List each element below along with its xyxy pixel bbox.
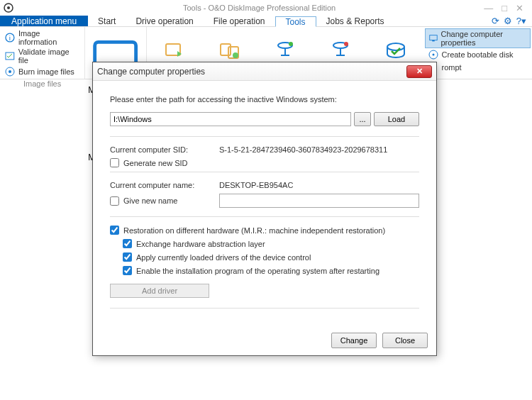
burn-icon [4, 66, 16, 77]
path-input[interactable] [110, 112, 351, 126]
enable-install-label: Enable the installation program of the o… [136, 267, 379, 275]
ribbon-validate-image[interactable]: Validate image file [3, 47, 82, 65]
svg-point-14 [289, 42, 293, 46]
network-drive-remove-icon [329, 40, 352, 62]
name-label: Current computer name: [110, 181, 219, 189]
window-title: Tools - O&O DiskImage Professional Editi… [183, 4, 336, 12]
help-icon[interactable]: ?▾ [516, 16, 526, 26]
give-name-checkbox[interactable] [110, 196, 119, 206]
maximize-icon[interactable]: □ [501, 3, 507, 13]
ribbon-item-label: rompt [442, 63, 462, 72]
ribbon-item-label: Image information [18, 29, 80, 46]
svg-point-1 [7, 6, 10, 9]
ribbon-prompt[interactable]: rompt [425, 61, 531, 74]
menu-start[interactable]: Start [88, 16, 126, 26]
menu-drive-operation[interactable]: Drive operation [126, 16, 203, 26]
generate-sid-checkbox[interactable] [110, 158, 119, 167]
apply-drivers-checkbox[interactable] [123, 252, 132, 262]
name-value: DESKTOP-EB954AC [219, 181, 293, 189]
load-button[interactable]: Load [374, 112, 419, 126]
sid-label: Current computer SID: [110, 145, 219, 154]
menu-jobs-reports[interactable]: Jobs & Reports [316, 16, 394, 26]
change-button[interactable]: Change [331, 333, 377, 348]
svg-point-21 [432, 54, 434, 56]
change-computer-properties-dialog: Change computer properties ✕ Please ente… [92, 62, 437, 356]
minimize-icon[interactable]: — [484, 3, 493, 13]
merge-icon [218, 40, 241, 62]
svg-rect-19 [432, 40, 434, 42]
ribbon-item-label: Create bootable disk [442, 50, 514, 59]
svg-point-6 [9, 70, 11, 73]
svg-rect-18 [429, 35, 436, 40]
check-disk-icon [384, 40, 407, 62]
new-name-input[interactable] [219, 194, 419, 208]
application-menu[interactable]: Application menu [0, 16, 88, 26]
mir-checkbox[interactable] [110, 226, 119, 235]
ribbon-create-bootable[interactable]: Create bootable disk [425, 48, 531, 61]
enable-install-checkbox[interactable] [123, 266, 132, 275]
menu-bar: Application menu Start Drive operation F… [0, 16, 532, 27]
info-icon: i [4, 32, 16, 43]
exchange-hal-label: Exchange hardware abstraction layer [136, 240, 265, 248]
ribbon-item-label: Change computer properties [440, 30, 527, 47]
svg-point-16 [344, 42, 348, 46]
app-icon [3, 2, 14, 13]
ribbon-change-computer-props[interactable]: Change computer properties [425, 28, 531, 48]
dialog-title-bar[interactable]: Change computer properties ✕ [93, 62, 436, 81]
dialog-close-icon[interactable]: ✕ [406, 65, 432, 78]
give-name-label: Give new name [123, 196, 177, 205]
title-bar: Tools - O&O DiskImage Professional Editi… [0, 0, 532, 16]
ribbon-item-label: Burn image files [18, 67, 74, 76]
refresh-icon[interactable]: ⟳ [492, 16, 499, 26]
close-window-icon[interactable]: ✕ [516, 3, 523, 13]
network-drive-icon [274, 40, 297, 62]
mir-label: Restoration on different hardware (M.I.R… [123, 226, 385, 235]
settings-gear-icon[interactable]: ⚙ [504, 16, 512, 26]
add-driver-button: Add driver [110, 284, 209, 298]
computer-props-icon [428, 33, 438, 44]
svg-point-17 [387, 43, 404, 50]
validate-icon [4, 50, 16, 62]
browse-button[interactable]: ... [354, 112, 371, 126]
ribbon-burn-image[interactable]: Burn image files [3, 65, 82, 78]
dialog-title: Change computer properties [97, 67, 205, 77]
ribbon-image-information[interactable]: i Image information [3, 28, 82, 47]
ribbon-item-label: Validate image file [18, 48, 81, 65]
dialog-prompt: Please enter the path for accessing the … [110, 95, 419, 104]
bootable-disk-icon [428, 49, 439, 60]
exchange-hal-checkbox[interactable] [123, 239, 132, 248]
convert-icon [163, 40, 186, 62]
close-button[interactable]: Close [382, 333, 428, 348]
svg-point-12 [233, 52, 238, 58]
generate-sid-label: Generate new SID [123, 159, 188, 167]
menu-file-operation[interactable]: File operation [204, 16, 275, 26]
ribbon-section-label: Image files [3, 79, 82, 88]
apply-drivers-label: Apply currently loaded drivers of the de… [136, 253, 311, 262]
svg-text:i: i [9, 34, 11, 42]
sid-value: S-1-5-21-2847239460-3607834923-202967831… [219, 145, 387, 154]
menu-tools[interactable]: Tools [275, 16, 316, 27]
